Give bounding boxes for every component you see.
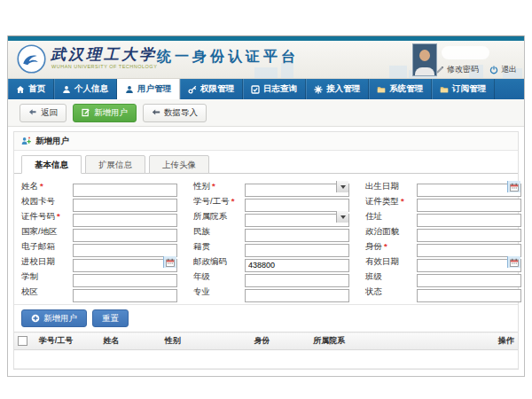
field-label: 所属院系 xyxy=(193,211,227,221)
field-campus: 校区* xyxy=(21,286,184,299)
field-label: 性别 xyxy=(193,181,210,191)
tab-extended-info[interactable]: 扩展信息 xyxy=(85,155,145,174)
data-import-button[interactable]: 数据导入 xyxy=(143,104,207,122)
field-enrollment-date: 进校日期* xyxy=(21,255,184,269)
table-header-row: 学号/工号 姓名 性别 身份 所属院系 操作 xyxy=(14,332,518,350)
column-header-identity: 身份 xyxy=(251,332,310,350)
form-actions: 新增用户 重置 xyxy=(14,304,518,332)
submit-add-user-button[interactable]: 新增用户 xyxy=(21,309,87,327)
field-campus-card: 校园卡号* xyxy=(21,195,184,208)
field-grade: 年级* xyxy=(193,270,356,284)
field-label: 状态 xyxy=(365,286,382,296)
add-user-panel: 新增用户 基本信息 扩展信息 上传头像 姓名* 性别* 出生日期* 校园卡号* … xyxy=(13,131,519,370)
field-email: 电子邮箱* xyxy=(21,240,184,254)
field-name: 姓名* xyxy=(21,180,184,193)
main-content: 新增用户 基本信息 扩展信息 上传头像 姓名* 性别* 出生日期* 校园卡号* … xyxy=(8,127,524,376)
field-id-number: 证件号码* xyxy=(21,210,184,223)
column-header-student-id: 学号/工号 xyxy=(35,332,100,350)
field-label: 年级 xyxy=(193,271,210,281)
field-country: 国家/地区* xyxy=(21,225,184,239)
home-icon xyxy=(16,85,25,94)
person-icon xyxy=(62,85,71,94)
field-label: 有效日期 xyxy=(365,256,399,266)
field-address: 住址* xyxy=(365,210,521,223)
back-arrow-icon xyxy=(28,108,37,117)
header-actions: 修改密码 退出 xyxy=(435,64,517,75)
column-header-actions: 操作 xyxy=(495,332,518,350)
check-square-icon xyxy=(251,85,260,94)
required-asterisk: * xyxy=(40,181,43,191)
dropdown-arrow-icon[interactable] xyxy=(336,181,348,192)
calendar-icon[interactable] xyxy=(507,181,520,192)
nav-item-personal-info[interactable]: 个人信息 xyxy=(54,79,117,99)
logout-button[interactable]: 退出 xyxy=(489,64,517,75)
field-ethnicity: 民族* xyxy=(193,225,356,239)
field-label: 证件类型 xyxy=(365,196,399,206)
required-asterisk: * xyxy=(231,196,235,206)
basic-info-form: 姓名* 性别* 出生日期* 校园卡号* 学号/工号* 证件类型* 证件号码* 所… xyxy=(14,174,518,304)
field-label: 证件号码 xyxy=(21,211,55,221)
users-table: 学号/工号 姓名 性别 身份 所属院系 操作 xyxy=(14,332,518,369)
empty-table-row xyxy=(14,350,518,369)
field-department: 所属院系* xyxy=(193,210,356,223)
back-button[interactable]: 返回 xyxy=(20,104,66,122)
logout-label: 退出 xyxy=(501,64,517,75)
field-label: 邮政编码 xyxy=(193,256,227,266)
field-education-length: 学制* xyxy=(21,270,184,284)
field-label: 学号/工号 xyxy=(193,196,230,206)
field-native-place: 籍贯* xyxy=(193,240,356,254)
column-header-department: 所属院系 xyxy=(309,332,495,350)
nav-item-permission-management[interactable]: 权限管理 xyxy=(180,79,243,99)
folder-icon xyxy=(377,85,386,94)
tab-upload-avatar[interactable]: 上传头像 xyxy=(149,155,209,174)
skyline-decoration xyxy=(254,67,278,78)
field-label: 班级 xyxy=(365,271,382,281)
pencil-icon xyxy=(435,66,444,74)
field-label: 电子邮箱 xyxy=(21,241,55,251)
key-icon xyxy=(188,85,197,94)
import-arrow-icon xyxy=(152,108,160,117)
tab-basic-info[interactable]: 基本信息 xyxy=(21,155,82,174)
field-id-type: 证件类型* xyxy=(365,195,521,208)
status-input[interactable] xyxy=(417,289,521,302)
user-avatar xyxy=(412,43,437,76)
major-input[interactable] xyxy=(245,289,349,302)
field-identity: 身份* xyxy=(365,240,521,254)
field-label: 国家/地区 xyxy=(21,226,58,236)
change-password-button[interactable]: 修改密码 xyxy=(435,64,479,75)
reset-button[interactable]: 重置 xyxy=(92,309,129,327)
skyline-decoration xyxy=(389,66,407,78)
required-asterisk: * xyxy=(401,196,404,206)
field-label: 政治面貌 xyxy=(365,226,399,236)
calendar-icon[interactable] xyxy=(507,256,520,268)
nav-item-log-query[interactable]: 日志查询 xyxy=(243,79,306,99)
folder-icon xyxy=(440,85,449,94)
dropdown-arrow-icon[interactable] xyxy=(336,211,348,223)
field-label: 身份 xyxy=(365,241,382,251)
required-asterisk: * xyxy=(57,211,60,221)
nav-item-system-management[interactable]: 系统管理 xyxy=(369,79,432,99)
user-add-icon xyxy=(21,137,31,145)
section-title-bar: 新增用户 xyxy=(14,132,518,151)
username-area xyxy=(442,46,489,59)
gear-icon xyxy=(314,85,323,94)
toolbar: 返回 新增用户 数据导入 xyxy=(8,99,524,127)
nav-item-user-management[interactable]: 用户管理 xyxy=(117,79,180,99)
nav-item-home[interactable]: 首页 xyxy=(8,79,54,99)
column-header-name: 姓名 xyxy=(99,332,161,350)
field-status: 状态* xyxy=(365,286,521,299)
tab-bar: 基本信息 扩展信息 上传头像 xyxy=(14,151,518,174)
field-birth-date: 出生日期* xyxy=(365,180,521,193)
nav-item-access-management[interactable]: 接入管理 xyxy=(306,79,369,99)
add-user-toolbar-button[interactable]: 新增用户 xyxy=(73,104,137,122)
field-postal-code: 邮政编码* xyxy=(193,255,356,269)
nav-item-subscription-management[interactable]: 订阅管理 xyxy=(432,79,495,99)
field-label: 姓名 xyxy=(21,181,38,191)
header: 武汉理工大学 WUHAN UNIVERSITY OF TECHNOLOGY 统一… xyxy=(8,41,524,79)
calendar-icon[interactable] xyxy=(163,256,176,268)
campus-input[interactable] xyxy=(73,289,177,302)
university-name-cn: 武汉理工大学 xyxy=(51,44,157,65)
select-all-checkbox[interactable] xyxy=(18,336,27,346)
main-nav: 首页 个人信息 用户管理 权限管理 日志查询 接入管理 系统管理 订阅管理 xyxy=(8,79,524,99)
field-class: 班级* xyxy=(365,270,521,284)
